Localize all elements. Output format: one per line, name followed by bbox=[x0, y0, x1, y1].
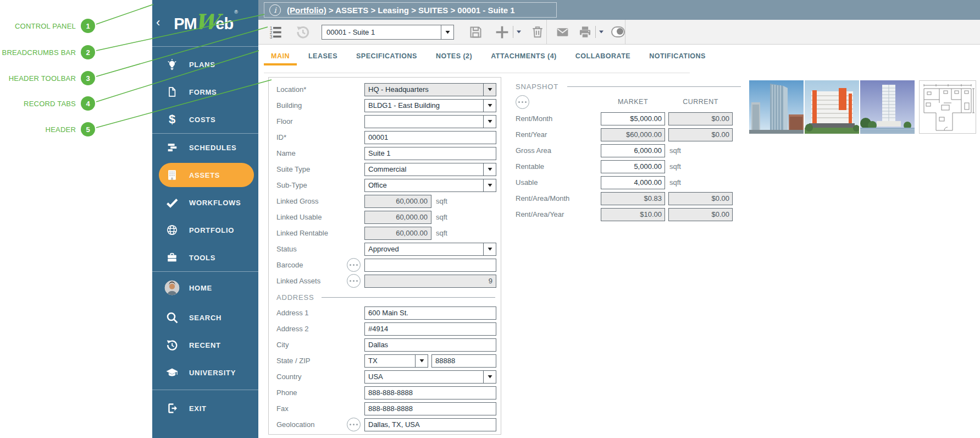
phone-field[interactable]: 888-888-8888 bbox=[364, 386, 496, 399]
geolocation-field[interactable]: Dallas, TX, USA bbox=[364, 418, 496, 431]
breadcrumb-portfolio-link[interactable]: (Portfolio) bbox=[287, 6, 326, 15]
add-menu-chevron-icon[interactable] bbox=[516, 30, 522, 34]
sidebar-item-university[interactable]: UNIVERSITY bbox=[152, 359, 258, 386]
sidebar-item-recent[interactable]: RECENT bbox=[152, 331, 258, 359]
history-icon[interactable] bbox=[295, 24, 311, 40]
tab-notes[interactable]: NOTES (2) bbox=[427, 45, 481, 67]
info-icon[interactable]: i bbox=[269, 4, 281, 16]
sidebar-item-workflows[interactable]: WORKFLOWS bbox=[152, 189, 258, 216]
form-row: Status Approved bbox=[269, 241, 501, 257]
sidebar-item-tools[interactable]: TOOLS bbox=[152, 244, 258, 271]
snapshot-row: Rent/Year $60,000.00 $0.00 bbox=[516, 127, 741, 143]
form-row: City Dallas bbox=[269, 337, 501, 353]
building-photo-1[interactable] bbox=[749, 80, 804, 134]
state-select[interactable]: TX bbox=[364, 354, 428, 368]
rent-area-month-market-field: $0.83 bbox=[601, 192, 665, 205]
logout-icon bbox=[164, 402, 180, 415]
globe-icon bbox=[164, 224, 180, 236]
snapshot-ellipsis-button[interactable] bbox=[516, 95, 529, 109]
record-list-icon[interactable]: 123 bbox=[268, 25, 283, 40]
tab-main[interactable]: MAIN bbox=[262, 45, 299, 67]
location-select[interactable]: HQ - Headquarters bbox=[364, 83, 496, 96]
callout-number-badge: 2 bbox=[81, 45, 95, 59]
sub-type-select[interactable]: Office bbox=[364, 179, 496, 192]
breadcrumb: i (Portfolio) > ASSETS > Leasing > SUITE… bbox=[264, 2, 557, 18]
barcode-ellipsis-button[interactable] bbox=[347, 258, 361, 272]
city-field[interactable]: Dallas bbox=[364, 338, 496, 352]
avatar bbox=[164, 278, 180, 297]
rent-year-market-field: $60,000.00 bbox=[601, 128, 665, 141]
pmweb-app: CONTROL PANEL 1 BREADCRUMBS BAR 2 HEADER… bbox=[0, 0, 980, 438]
form-row: Geolocation Dallas, TX, USA bbox=[269, 417, 501, 432]
sidebar-item-schedules[interactable]: SCHEDULES bbox=[152, 134, 258, 161]
sidebar-item-search[interactable]: SEARCH bbox=[152, 304, 258, 331]
form-row: Address 1 600 Main St. bbox=[269, 305, 501, 321]
callout-control-panel: CONTROL PANEL 1 bbox=[15, 19, 95, 33]
sidebar-item-portfolio[interactable]: PORTFOLIO bbox=[152, 216, 258, 244]
record-selector[interactable]: 00001 - Suite 1 bbox=[322, 25, 454, 40]
rent-month-market-field[interactable]: $5,000.00 bbox=[601, 112, 665, 125]
linked-rentable-field: 60,000.00 bbox=[364, 227, 431, 240]
name-field[interactable]: Suite 1 bbox=[364, 147, 496, 160]
callout-number-badge: 5 bbox=[81, 122, 95, 136]
suite-type-select[interactable]: Commercial bbox=[364, 163, 496, 176]
print-icon[interactable] bbox=[578, 25, 593, 40]
tab-notifications[interactable]: NOTIFICATIONS bbox=[640, 45, 715, 67]
form-row: Linked Usable 60,000.00 sqft bbox=[269, 209, 501, 225]
annotation-gutter: CONTROL PANEL 1 BREADCRUMBS BAR 2 HEADER… bbox=[0, 0, 152, 438]
id-field[interactable]: 00001 bbox=[364, 131, 496, 144]
rent-area-month-current-field: $0.00 bbox=[668, 192, 733, 205]
sidebar-item-exit[interactable]: EXIT bbox=[152, 395, 258, 422]
zip-field[interactable]: 88888 bbox=[431, 354, 496, 368]
linked-assets-ellipsis-button[interactable] bbox=[347, 274, 361, 288]
building-photo-3[interactable] bbox=[860, 80, 915, 134]
floor-select[interactable] bbox=[364, 115, 496, 128]
status-select[interactable]: Approved bbox=[364, 243, 496, 256]
add-icon[interactable] bbox=[494, 24, 510, 40]
building-select[interactable]: BLDG1 - East Building bbox=[364, 99, 496, 112]
toggle-switch[interactable] bbox=[611, 26, 625, 37]
rentable-field[interactable]: 5,000.00 bbox=[601, 160, 665, 173]
address1-field[interactable]: 600 Main St. bbox=[364, 306, 496, 320]
sidebar-item-assets[interactable]: ASSETS bbox=[159, 163, 254, 187]
callout-breadcrumbs-bar: BREADCRUMBS BAR 2 bbox=[2, 45, 95, 59]
chevron-down-icon bbox=[483, 163, 496, 176]
tab-leases[interactable]: LEASES bbox=[299, 45, 347, 67]
linked-usable-field: 60,000.00 bbox=[364, 211, 431, 224]
building-photo-2[interactable] bbox=[805, 80, 859, 134]
delete-trash-icon[interactable] bbox=[530, 25, 545, 39]
form-row: Linked Gross 60,000.00 sqft bbox=[269, 193, 501, 209]
usable-field[interactable]: 4,000.00 bbox=[601, 176, 665, 189]
record-selector-arrow[interactable] bbox=[441, 25, 454, 40]
fax-field[interactable]: 888-888-8888 bbox=[364, 402, 496, 415]
geolocation-ellipsis-button[interactable] bbox=[347, 418, 361, 431]
callout-number-badge: 4 bbox=[81, 96, 95, 111]
print-menu-chevron-icon[interactable] bbox=[599, 30, 604, 34]
sidebar-item-costs[interactable]: $ COSTS bbox=[152, 106, 258, 133]
logo-text: PMWeb® bbox=[174, 14, 237, 33]
collapse-chevron-icon[interactable]: ‹ bbox=[156, 17, 160, 29]
sidebar-item-forms[interactable]: FORMS bbox=[152, 78, 258, 106]
tab-specifications[interactable]: SPECIFICATIONS bbox=[347, 45, 427, 67]
email-icon[interactable] bbox=[555, 25, 571, 39]
save-icon[interactable] bbox=[468, 25, 483, 40]
floor-plan[interactable] bbox=[919, 80, 976, 134]
rent-month-current-field: $0.00 bbox=[668, 112, 733, 125]
form-row: Sub-Type Office bbox=[269, 177, 501, 193]
tab-collaborate[interactable]: COLLABORATE bbox=[566, 45, 640, 67]
tab-attachments[interactable]: ATTACHMENTS (4) bbox=[481, 45, 566, 67]
sidebar-item-home[interactable]: HOME bbox=[152, 272, 258, 304]
snapshot-row: Gross Area 6,000.00 sqft bbox=[516, 143, 741, 158]
callout-header-toolbar: HEADER TOOLBAR 3 bbox=[9, 71, 95, 85]
barcode-field[interactable] bbox=[364, 259, 496, 272]
sidebar-item-plans[interactable]: PLANS bbox=[152, 51, 258, 78]
linked-assets-field: 9 bbox=[364, 275, 496, 288]
record-selector-value[interactable]: 00001 - Suite 1 bbox=[322, 25, 441, 40]
snapshot-section: SNAPSHOT MARKET CURRENT Rent/Month $5,00… bbox=[516, 80, 741, 222]
record-tabs: MAIN LEASES SPECIFICATIONS NOTES (2) ATT… bbox=[258, 45, 980, 67]
gross-area-field[interactable]: 6,000.00 bbox=[601, 144, 665, 157]
callout-number-badge: 3 bbox=[81, 71, 95, 85]
form-row: Barcode bbox=[269, 257, 501, 273]
address2-field[interactable]: #4914 bbox=[364, 322, 496, 336]
country-select[interactable]: USA bbox=[364, 370, 496, 384]
